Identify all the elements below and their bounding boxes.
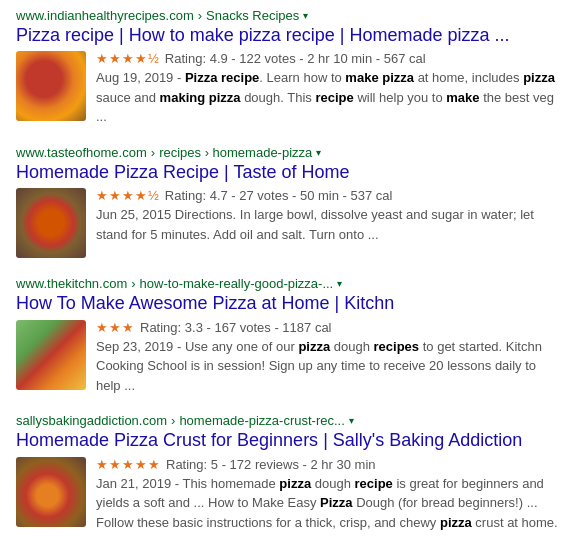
- result-title-2[interactable]: Homemade Pizza Recipe | Taste of Home: [16, 161, 564, 184]
- breadcrumb-arrow-icon[interactable]: ▾: [303, 10, 308, 21]
- breadcrumb-separator: ›: [131, 276, 135, 291]
- breadcrumb-4: sallysbakingaddiction.com › homemade-piz…: [16, 413, 564, 428]
- rating-text-1: Rating: 4.9 - 122 votes - 2 hr 10 min - …: [165, 51, 426, 66]
- breadcrumb-arrow-icon[interactable]: ▾: [316, 147, 321, 158]
- result-title-3[interactable]: How To Make Awesome Pizza at Home | Kitc…: [16, 292, 564, 315]
- breadcrumb-path: how-to-make-really-good-pizza-...: [140, 276, 334, 291]
- search-result-1: www.indianhealthyrecipes.com › Snacks Re…: [16, 8, 564, 127]
- result-thumbnail-4: [16, 457, 86, 527]
- result-meta-3: ★★★ Rating: 3.3 - 167 votes - 1187 cal S…: [96, 320, 564, 396]
- rating-line-4: ★★★★★ Rating: 5 - 172 reviews - 2 hr 30 …: [96, 457, 564, 472]
- breadcrumb-separator: ›: [171, 413, 175, 428]
- result-body-2: ★★★★½ Rating: 4.7 - 27 votes - 50 min - …: [16, 188, 564, 258]
- result-meta-2: ★★★★½ Rating: 4.7 - 27 votes - 50 min - …: [96, 188, 564, 258]
- breadcrumb-site: www.indianhealthyrecipes.com: [16, 8, 194, 23]
- breadcrumb-site: www.thekitchn.com: [16, 276, 127, 291]
- result-thumbnail-2: [16, 188, 86, 258]
- snippet-1: Aug 19, 2019 - Pizza recipe. Learn how t…: [96, 68, 564, 127]
- breadcrumb-separator: ›: [151, 145, 155, 160]
- snippet-4: Jan 21, 2019 - This homemade pizza dough…: [96, 474, 564, 533]
- rating-text-2: Rating: 4.7 - 27 votes - 50 min - 537 ca…: [165, 188, 393, 203]
- rating-line-1: ★★★★½ Rating: 4.9 - 122 votes - 2 hr 10 …: [96, 51, 564, 66]
- result-meta-1: ★★★★½ Rating: 4.9 - 122 votes - 2 hr 10 …: [96, 51, 564, 127]
- search-result-2: www.tasteofhome.com › recipes › homemade…: [16, 145, 564, 258]
- rating-text-4: Rating: 5 - 172 reviews - 2 hr 30 min: [166, 457, 376, 472]
- breadcrumb-path: recipes › homemade-pizza: [159, 145, 312, 160]
- snippet-date-1: Aug 19, 2019: [96, 70, 173, 85]
- result-link-4[interactable]: Homemade Pizza Crust for Beginners | Sal…: [16, 430, 522, 450]
- breadcrumb-arrow-icon[interactable]: ▾: [349, 415, 354, 426]
- stars-2: ★★★★½: [96, 188, 160, 203]
- snippet-date-2: Jun 25, 2015: [96, 207, 171, 222]
- result-thumbnail-3: [16, 320, 86, 390]
- result-title-1[interactable]: Pizza recipe | How to make pizza recipe …: [16, 24, 564, 47]
- result-body-1: ★★★★½ Rating: 4.9 - 122 votes - 2 hr 10 …: [16, 51, 564, 127]
- result-link-1[interactable]: Pizza recipe | How to make pizza recipe …: [16, 25, 510, 45]
- snippet-date-4: Jan 21, 2019: [96, 476, 171, 491]
- rating-line-3: ★★★ Rating: 3.3 - 167 votes - 1187 cal: [96, 320, 564, 335]
- stars-4: ★★★★★: [96, 457, 161, 472]
- stars-1: ★★★★½: [96, 51, 160, 66]
- breadcrumb-2: www.tasteofhome.com › recipes › homemade…: [16, 145, 564, 160]
- result-link-3[interactable]: How To Make Awesome Pizza at Home | Kitc…: [16, 293, 394, 313]
- search-result-4: sallysbakingaddiction.com › homemade-piz…: [16, 413, 564, 532]
- breadcrumb-path: homemade-pizza-crust-rec...: [179, 413, 344, 428]
- breadcrumb-path: Snacks Recipes: [206, 8, 299, 23]
- breadcrumb-1: www.indianhealthyrecipes.com › Snacks Re…: [16, 8, 564, 23]
- rating-line-2: ★★★★½ Rating: 4.7 - 27 votes - 50 min - …: [96, 188, 564, 203]
- breadcrumb-site: sallysbakingaddiction.com: [16, 413, 167, 428]
- search-result-3: www.thekitchn.com › how-to-make-really-g…: [16, 276, 564, 395]
- rating-text-3: Rating: 3.3 - 167 votes - 1187 cal: [140, 320, 332, 335]
- breadcrumb-site: www.tasteofhome.com: [16, 145, 147, 160]
- snippet-2: Jun 25, 2015 Directions. In large bowl, …: [96, 205, 564, 244]
- snippet-3: Sep 23, 2019 - Use any one of our pizza …: [96, 337, 564, 396]
- breadcrumb-arrow-icon[interactable]: ▾: [337, 278, 342, 289]
- snippet-date-3: Sep 23, 2019: [96, 339, 173, 354]
- result-body-3: ★★★ Rating: 3.3 - 167 votes - 1187 cal S…: [16, 320, 564, 396]
- result-meta-4: ★★★★★ Rating: 5 - 172 reviews - 2 hr 30 …: [96, 457, 564, 533]
- breadcrumb-separator: ›: [198, 8, 202, 23]
- result-body-4: ★★★★★ Rating: 5 - 172 reviews - 2 hr 30 …: [16, 457, 564, 533]
- stars-3: ★★★: [96, 320, 135, 335]
- result-link-2[interactable]: Homemade Pizza Recipe | Taste of Home: [16, 162, 350, 182]
- breadcrumb-3: www.thekitchn.com › how-to-make-really-g…: [16, 276, 564, 291]
- result-thumbnail-1: [16, 51, 86, 121]
- result-title-4[interactable]: Homemade Pizza Crust for Beginners | Sal…: [16, 429, 564, 452]
